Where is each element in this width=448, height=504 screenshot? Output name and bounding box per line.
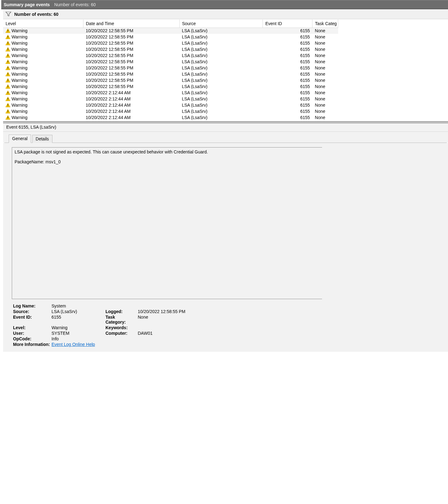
cell-eventid: 6155 [263,59,312,65]
val-computer: DAW01 [138,331,218,336]
cell-level: Warning [11,103,28,108]
cell-date: 10/20/2022 2:12:44 AM [83,108,179,114]
cell-eventid: 6155 [263,52,312,59]
tab-general[interactable]: General [9,135,31,143]
warning-icon [6,78,10,82]
cell-eventid: 6155 [263,34,312,40]
svg-rect-41 [8,110,8,112]
table-row[interactable]: Warning10/20/2022 12:58:55 PMLSA (LsaSrv… [3,28,338,34]
col-date[interactable]: Date and Time [83,20,179,28]
val-source: LSA (LsaSrv) [52,309,104,314]
cell-eventid: 6155 [263,71,312,77]
cell-taskcat: None [312,77,338,83]
svg-rect-17 [8,61,8,62]
table-row[interactable]: Warning10/20/2022 12:58:55 PMLSA (LsaSrv… [3,77,338,83]
svg-rect-33 [8,94,8,94]
cell-date: 10/20/2022 2:12:44 AM [83,102,179,108]
warning-icon [6,41,10,45]
cell-source: LSA (LsaSrv) [179,34,263,40]
cell-level: Warning [11,59,28,64]
event-message[interactable]: LSA package is not signed as expected. T… [12,147,322,299]
svg-rect-27 [8,81,8,82]
details-header: Event 6155, LSA (LsaSrv) [3,123,448,132]
lbl-computer: Computer: [105,331,137,336]
cell-source: LSA (LsaSrv) [179,83,263,90]
svg-rect-44 [8,117,8,118]
warning-icon [6,66,10,70]
cell-taskcat: None [312,114,338,121]
col-eventid[interactable]: Event ID [263,20,312,28]
svg-rect-12 [8,50,8,51]
cell-level: Warning [11,34,28,39]
titlebar: Summary page events Number of events: 60 [1,1,448,9]
val-logged: 10/20/2022 12:58:55 PM [138,309,218,314]
cell-level: Warning [11,115,28,120]
cell-source: LSA (LsaSrv) [179,65,263,71]
svg-rect-6 [8,38,8,38]
svg-rect-21 [8,69,8,69]
cell-taskcat: None [312,34,338,40]
col-level[interactable]: Level [3,20,83,28]
cell-date: 10/20/2022 12:58:55 PM [83,34,179,40]
lbl-keywords: Keywords: [105,325,137,330]
table-row[interactable]: Warning10/20/2022 2:12:44 AMLSA (LsaSrv)… [3,102,338,108]
svg-rect-42 [8,112,8,113]
cell-taskcat: None [312,52,338,59]
filter-icon[interactable] [6,12,11,17]
cell-taskcat: None [312,28,338,34]
cell-level: Warning [11,109,28,114]
event-table-container[interactable]: Level Date and Time Source Event ID Task… [3,19,448,122]
tab-details[interactable]: Details [32,135,52,143]
cell-eventid: 6155 [263,96,312,102]
svg-marker-0 [6,12,11,16]
cell-eventid: 6155 [263,90,312,96]
lbl-level: Level: [13,325,50,330]
cell-eventid: 6155 [263,83,312,90]
svg-rect-30 [8,87,8,88]
val-eventid: 6155 [52,315,104,325]
table-row[interactable]: Warning10/20/2022 12:58:55 PMLSA (LsaSrv… [3,40,338,46]
val-taskcat: None [138,315,218,325]
table-row[interactable]: Warning10/20/2022 12:58:55 PMLSA (LsaSrv… [3,46,338,52]
cell-date: 10/20/2022 12:58:55 PM [83,83,179,90]
cell-eventid: 6155 [263,65,312,71]
table-row[interactable]: Warning10/20/2022 12:58:55 PMLSA (LsaSrv… [3,34,338,40]
table-row[interactable]: Warning10/20/2022 2:12:44 AMLSA (LsaSrv)… [3,108,338,114]
cell-date: 10/20/2022 12:58:55 PM [83,40,179,46]
cell-eventid: 6155 [263,28,312,34]
col-taskcat[interactable]: Task Categ [312,20,338,28]
event-properties: Log Name: System Source: LSA (LsaSrv) Lo… [12,299,448,349]
table-row[interactable]: Warning10/20/2022 12:58:55 PMLSA (LsaSrv… [3,52,338,59]
tab-general-body: LSA package is not signed as expected. T… [3,143,448,352]
lbl-eventid: Event ID: [13,315,50,325]
cell-source: LSA (LsaSrv) [179,90,263,96]
table-row[interactable]: Warning10/20/2022 12:58:55 PMLSA (LsaSrv… [3,83,338,90]
cell-taskcat: None [312,46,338,52]
cell-source: LSA (LsaSrv) [179,52,263,59]
lbl-moreinfo: More Information: [13,342,50,347]
table-row[interactable]: Warning10/20/2022 2:12:44 AMLSA (LsaSrv)… [3,114,338,121]
cell-date: 10/20/2022 2:12:44 AM [83,114,179,121]
warning-icon [6,47,10,51]
cell-level: Warning [11,78,28,83]
table-row[interactable]: Warning10/20/2022 12:58:55 PMLSA (LsaSrv… [3,59,338,65]
cell-level: Warning [11,90,28,95]
col-source[interactable]: Source [179,20,263,28]
table-row[interactable]: Warning10/20/2022 2:12:44 AMLSA (LsaSrv)… [3,96,338,102]
link-moreinfo[interactable]: Event Log Online Help [52,342,95,347]
val-logname: System [52,303,104,308]
table-row[interactable]: Warning10/20/2022 12:58:55 PMLSA (LsaSrv… [3,71,338,77]
svg-rect-9 [8,44,8,45]
cell-source: LSA (LsaSrv) [179,71,263,77]
warning-icon [6,91,10,95]
cell-taskcat: None [312,59,338,65]
cell-date: 10/20/2022 12:58:55 PM [83,77,179,83]
svg-rect-26 [8,79,8,81]
cell-taskcat: None [312,102,338,108]
table-row[interactable]: Warning10/20/2022 2:12:44 AMLSA (LsaSrv)… [3,90,338,96]
table-row[interactable]: Warning10/20/2022 12:58:55 PMLSA (LsaSrv… [3,65,338,71]
filter-count: Number of events: 60 [14,12,58,17]
warning-icon [6,103,10,107]
svg-rect-38 [8,104,8,106]
warning-icon [6,115,10,120]
